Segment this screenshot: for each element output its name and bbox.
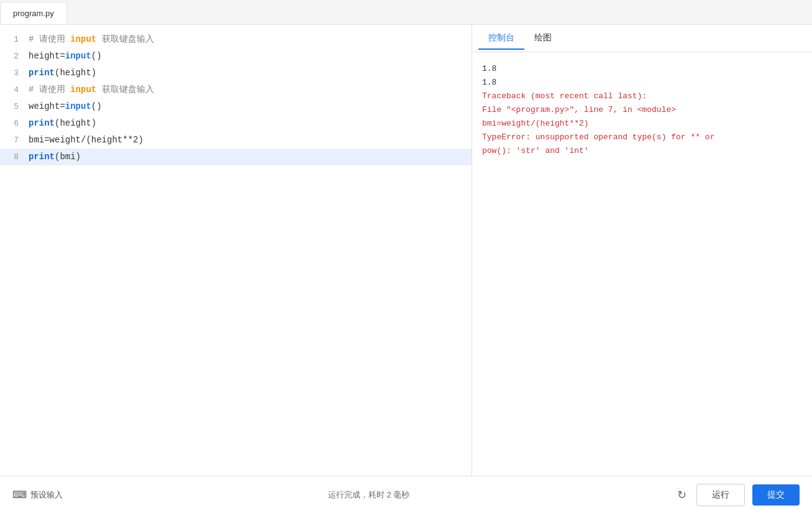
code-line: 2height=input(): [0, 48, 472, 65]
tab-bar: program.py: [0, 0, 812, 25]
console-line: File "<program.py>", line 7, in <module>: [482, 103, 802, 117]
line-number: 5: [0, 99, 19, 115]
code-line: 5weight=input(): [0, 98, 472, 115]
line-content: bmi=weight/(height**2): [29, 132, 144, 148]
right-tab-控制台[interactable]: 控制台: [478, 27, 524, 50]
code-line: 3print(height): [0, 65, 472, 81]
console-line: 1.8: [482, 76, 802, 90]
line-number: 3: [0, 65, 19, 81]
console-line: Traceback (most recent call last):: [482, 90, 802, 103]
code-line: 4# 请使用 input 获取键盘输入: [0, 81, 472, 98]
reload-button[interactable]: ↻: [675, 486, 689, 504]
line-content: # 请使用 input 获取键盘输入: [29, 31, 154, 47]
right-panel: 控制台绘图 1.81.8Traceback (most recent call …: [472, 25, 812, 476]
line-number: 6: [0, 116, 19, 132]
console-line: TypeError: unsupported operand type(s) f…: [482, 131, 802, 144]
preset-input-button[interactable]: ⌨ 预设输入: [12, 489, 63, 501]
console-area: 1.81.8Traceback (most recent call last):…: [472, 52, 812, 476]
code-line: 8print(bmi): [0, 149, 472, 165]
console-line: bmi=weight/(height**2): [482, 117, 802, 131]
line-number: 1: [0, 32, 19, 48]
console-line: pow(): 'str' and 'int': [482, 144, 802, 158]
line-content: print(bmi): [29, 149, 81, 165]
line-content: # 请使用 input 获取键盘输入: [29, 81, 154, 98]
status-text: 运行完成，耗时 2 毫秒: [63, 489, 675, 501]
code-line: 1# 请使用 input 获取键盘输入: [0, 31, 472, 48]
keyboard-icon: ⌨: [12, 489, 27, 501]
submit-button[interactable]: 提交: [752, 484, 800, 506]
code-area[interactable]: 1# 请使用 input 获取键盘输入2height=input()3print…: [0, 25, 472, 476]
file-tab-label: program.py: [13, 9, 54, 18]
preset-input-label: 预设输入: [30, 489, 63, 501]
right-tab-绘图[interactable]: 绘图: [524, 27, 562, 50]
line-number: 8: [0, 149, 19, 165]
run-button[interactable]: 运行: [696, 484, 745, 506]
code-line: 6print(height): [0, 115, 472, 132]
line-number: 2: [0, 49, 19, 65]
file-tab[interactable]: program.py: [0, 2, 67, 24]
line-content: height=input(): [29, 48, 102, 64]
line-content: weight=input(): [29, 98, 102, 114]
console-line: 1.8: [482, 62, 802, 76]
line-number: 7: [0, 132, 19, 149]
bottom-toolbar: ⌨ 预设输入 运行完成，耗时 2 毫秒 ↻ 运行 提交: [0, 476, 812, 513]
line-content: print(height): [29, 115, 96, 131]
line-number: 4: [0, 82, 19, 98]
editor-pane: 1# 请使用 input 获取键盘输入2height=input()3print…: [0, 25, 472, 476]
run-controls: ↻ 运行 提交: [675, 484, 800, 506]
right-tabs: 控制台绘图: [472, 25, 812, 52]
code-line: 7bmi=weight/(height**2): [0, 132, 472, 149]
line-content: print(height): [29, 65, 96, 81]
main-content: 1# 请使用 input 获取键盘输入2height=input()3print…: [0, 25, 812, 476]
